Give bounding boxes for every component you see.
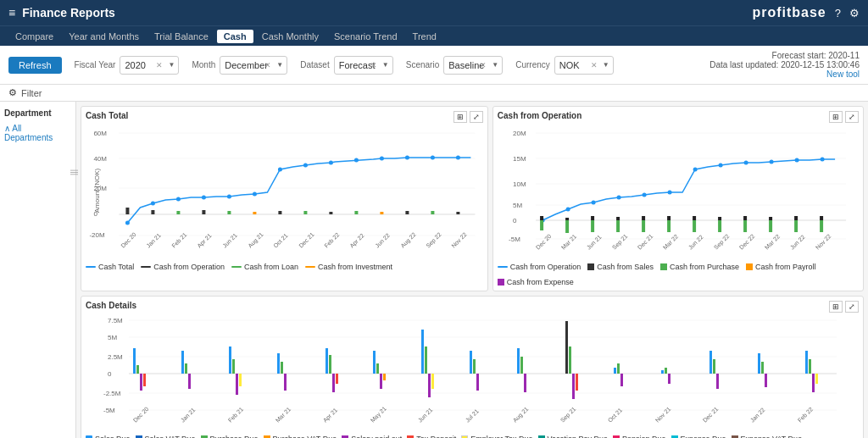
data-last-updated: Data last updated: 2020-12-15 13:00:46 (709, 60, 860, 69)
svg-text:-5M: -5M (509, 236, 520, 243)
cash-operation-chart: 20M 15M 10M 5M 0 -5M (498, 123, 859, 258)
svg-rect-160 (576, 374, 578, 391)
svg-rect-141 (332, 374, 335, 392)
svg-text:Dec 20: Dec 20 (120, 231, 137, 249)
month-label: Month (192, 60, 215, 69)
logo: profitbase (752, 5, 826, 20)
svg-text:Mar 21: Mar 21 (560, 233, 577, 250)
svg-rect-82 (591, 220, 594, 232)
chart2-table-icon[interactable]: ⊞ (829, 111, 843, 123)
sidebar-resize-handle[interactable]: ||| (70, 169, 78, 175)
settings-icon[interactable]: ⚙ (849, 7, 860, 19)
chart2-legend: Cash from Operation Cash from Sales Cash… (498, 263, 859, 286)
svg-rect-145 (380, 374, 382, 389)
svg-text:15M: 15M (513, 155, 526, 163)
svg-rect-163 (620, 374, 623, 386)
fiscal-year-group: Fiscal Year 2020 ▼ (75, 56, 180, 75)
subnav-year-months[interactable]: Year and Months (62, 30, 146, 43)
help-icon[interactable]: ? (835, 7, 841, 19)
svg-rect-83 (616, 217, 620, 220)
svg-point-13 (176, 197, 181, 202)
svg-rect-35 (380, 212, 383, 214)
chart1-table-icon[interactable]: ⊞ (453, 111, 467, 123)
svg-rect-30 (253, 212, 256, 214)
svg-text:Sep 21: Sep 21 (611, 233, 629, 251)
chart2-icons: ⊞ ⤢ (829, 111, 859, 123)
svg-point-14 (202, 196, 206, 200)
chart1-expand-icon[interactable]: ⤢ (470, 111, 483, 123)
svg-rect-153 (476, 374, 479, 391)
svg-rect-31 (278, 211, 281, 214)
fiscal-year-select[interactable]: 2020 ▼ (120, 56, 179, 75)
svg-rect-159 (572, 374, 575, 399)
svg-rect-130 (185, 363, 187, 374)
chart1-legend: Cash Total Cash from Operation Cash from… (86, 263, 483, 271)
subnav-scenario-trend[interactable]: Scenario Trend (327, 30, 404, 43)
svg-text:Mar 22: Mar 22 (764, 233, 781, 250)
svg-text:Feb 21: Feb 21 (227, 406, 244, 423)
chart2-expand-icon[interactable]: ⤢ (845, 111, 859, 123)
forecast-start: Forecast start: 2020-11 (709, 51, 860, 60)
svg-text:Mar 21: Mar 21 (275, 406, 292, 423)
toolbar: Refresh Fiscal Year 2020 ▼ Month Decembe… (0, 46, 868, 85)
svg-point-17 (278, 168, 282, 172)
svg-text:Mar 22: Mar 22 (662, 233, 679, 250)
chart1-icons: ⊞ ⤢ (453, 111, 483, 123)
svg-point-70 (667, 191, 671, 195)
subnav-trial-balance[interactable]: Trial Balance (147, 30, 215, 43)
svg-text:0: 0 (513, 217, 517, 225)
svg-point-72 (718, 164, 722, 168)
svg-rect-91 (718, 217, 721, 220)
svg-rect-168 (713, 359, 715, 374)
subnav-trend[interactable]: Trend (406, 30, 443, 43)
svg-point-21 (380, 157, 384, 161)
chart3-expand-icon[interactable]: ⤢ (845, 301, 859, 313)
svg-text:Dec 22: Dec 22 (738, 233, 756, 251)
svg-rect-174 (809, 359, 811, 374)
svg-rect-167 (709, 351, 712, 374)
filter-label[interactable]: Filter (21, 88, 42, 98)
svg-text:60M: 60M (93, 130, 107, 137)
svg-text:Jun 22: Jun 22 (374, 232, 391, 249)
refresh-button[interactable]: Refresh (8, 57, 62, 74)
svg-rect-92 (718, 220, 721, 232)
svg-rect-88 (667, 220, 670, 232)
svg-point-66 (565, 208, 570, 212)
svg-rect-95 (769, 217, 772, 220)
filter-icon[interactable]: ⚙ (8, 87, 17, 98)
filter-bar: ⚙ Filter (0, 85, 868, 102)
svg-rect-129 (181, 351, 184, 374)
svg-text:40M: 40M (93, 155, 107, 163)
svg-rect-146 (383, 374, 386, 380)
cash-operation-title: Cash from Operation (498, 111, 859, 120)
subnav-cash-monthly[interactable]: Cash Monthly (255, 30, 326, 43)
scenario-select[interactable]: Baseline ▼ (443, 56, 503, 75)
svg-text:Jun 21: Jun 21 (221, 232, 238, 249)
cash-details-chart: 7.5M 5M 2.5M 0 -2.5M -5M (86, 313, 859, 431)
svg-rect-37 (431, 211, 434, 214)
svg-text:-5M: -5M (103, 407, 115, 414)
svg-point-19 (329, 161, 333, 165)
svg-text:Feb 22: Feb 22 (323, 231, 340, 248)
svg-text:Apr 22: Apr 22 (348, 232, 365, 249)
app-title: Finance Reports (22, 6, 115, 19)
svg-text:Sep 22: Sep 22 (425, 231, 442, 249)
month-select[interactable]: December ▼ (220, 56, 287, 75)
currency-select[interactable]: NOK ▼ (554, 56, 614, 75)
chart-row-1: Cash Total ⊞ ⤢ 60M 40M 20M 0 -20M (81, 106, 864, 291)
chart3-table-icon[interactable]: ⊞ (829, 301, 843, 313)
subnav-cash[interactable]: Cash (217, 30, 253, 43)
svg-rect-32 (303, 211, 307, 214)
svg-rect-156 (524, 374, 526, 392)
sidebar-all-departments[interactable]: ∧ All Departments (4, 122, 71, 144)
dataset-select[interactable]: Forecast ▼ (334, 56, 393, 75)
hamburger-icon[interactable]: ≡ (8, 6, 15, 19)
svg-point-76 (820, 158, 824, 162)
cash-total-panel: Cash Total ⊞ ⤢ 60M 40M 20M 0 -20M (81, 106, 488, 291)
new-tool-link[interactable]: New tool (826, 69, 860, 79)
svg-rect-132 (229, 347, 231, 374)
top-bar: ≡ Finance Reports profitbase ? ⚙ (0, 0, 868, 25)
svg-rect-165 (665, 368, 667, 374)
svg-rect-79 (565, 218, 569, 220)
subnav-compare[interactable]: Compare (8, 30, 60, 43)
